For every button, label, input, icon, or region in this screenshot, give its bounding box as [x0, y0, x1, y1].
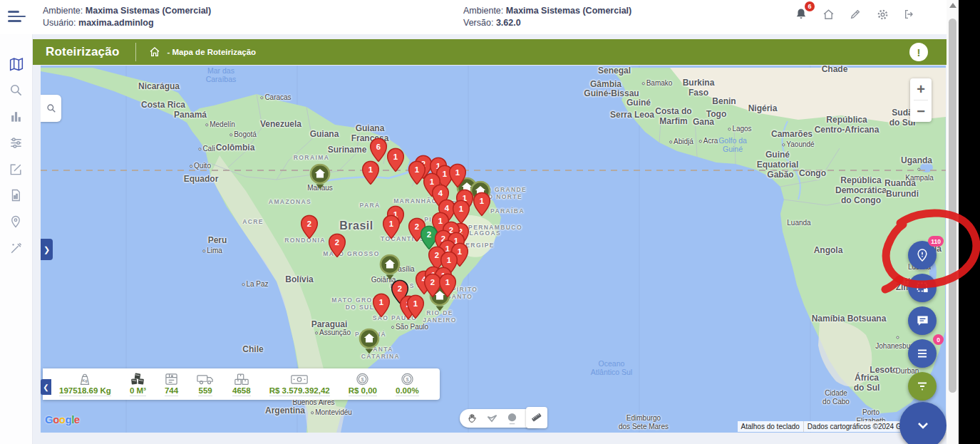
google-logo[interactable]: Google — [45, 413, 80, 425]
settings-gear-icon[interactable] — [875, 6, 890, 22]
client-cluster-marker[interactable]: 1 — [373, 293, 391, 320]
svg-text:1: 1 — [368, 165, 373, 174]
screen-black-margin — [959, 0, 980, 444]
banknote-icon — [290, 373, 309, 386]
svg-text:2: 2 — [335, 238, 339, 247]
client-cluster-marker[interactable]: 1 — [383, 215, 401, 242]
version-label: Versão: — [463, 18, 493, 28]
stat-orders: 744 — [155, 373, 187, 396]
page-title: Roteirização — [33, 45, 135, 59]
svg-text:1: 1 — [455, 168, 460, 177]
svg-text:2: 2 — [415, 222, 419, 231]
breadcrumb: - Mapa de Roteirização — [167, 48, 257, 56]
pan-hand-tool[interactable] — [466, 412, 478, 425]
top-header: Ambiente: Maxima Sistemas (Comercial) Us… — [0, 0, 959, 34]
page-scrollbar[interactable] — [947, 0, 959, 444]
client-cluster-marker[interactable]: 1 — [407, 294, 425, 321]
sidebar-item-search-icon[interactable] — [9, 83, 24, 98]
client-cluster-marker[interactable]: 1 — [473, 192, 491, 219]
stat-volume: 0 M³ — [120, 373, 155, 396]
route-list-fab[interactable]: 0 — [908, 339, 937, 368]
svg-text:2: 2 — [427, 230, 431, 239]
panel-expand-chevron[interactable]: ❯ — [41, 239, 53, 260]
sidebar-item-filters-icon[interactable] — [9, 136, 24, 150]
boxes-icon — [234, 373, 249, 386]
sidebar-item-chart-icon[interactable] — [9, 110, 24, 124]
measure-ruler-tool[interactable] — [526, 407, 547, 428]
map-search-button[interactable] — [41, 95, 61, 122]
logout-icon[interactable] — [902, 6, 917, 22]
scrollbar-thumb[interactable] — [949, 19, 956, 393]
zoom-in-button[interactable]: + — [910, 78, 932, 100]
svg-text:1: 1 — [480, 197, 484, 205]
notification-count-badge: 6 — [805, 1, 815, 11]
svg-text:1: 1 — [379, 298, 383, 306]
svg-text:$: $ — [361, 376, 365, 382]
unrouted-count-badge: 110 — [928, 236, 944, 247]
stats-collapse-chevron[interactable]: ❮ — [41, 379, 51, 395]
svg-text:6: 6 — [376, 143, 381, 151]
circle-tool[interactable] — [506, 412, 517, 425]
sidebar-item-tools-icon[interactable] — [9, 242, 24, 256]
client-cluster-marker[interactable]: 1 — [362, 160, 380, 187]
svg-text:1: 1 — [393, 153, 398, 161]
svg-text:4: 4 — [438, 189, 443, 197]
home-icon[interactable] — [820, 6, 836, 22]
breadcrumb-home-icon[interactable] — [149, 46, 160, 58]
edit-pencil-icon[interactable] — [847, 6, 863, 22]
svg-text:2: 2 — [398, 284, 402, 293]
sidebar-item-report-icon[interactable] — [9, 189, 24, 203]
version-info: Ambiente: Maxima Sistemas (Comercial) Ve… — [463, 5, 631, 29]
stat-vehicles: 559 — [187, 373, 223, 396]
stat-total-value: R$ 3.579.392,42 — [260, 373, 339, 396]
stat-discount-percent: $ 0.00% — [386, 373, 428, 396]
package-icon — [165, 373, 178, 386]
collapse-panel-fab[interactable] — [899, 402, 947, 444]
scrollbar-up-arrow[interactable] — [949, 3, 956, 8]
env2-label: Ambiente: — [463, 6, 503, 16]
env-label: Ambiente: — [43, 6, 83, 16]
coin-icon: $ — [356, 373, 369, 386]
client-cluster-marker[interactable]: 1 — [439, 273, 457, 300]
totals-bar: Kg 197518.69 Kg 0 M³ 744 559 4658 R$ 3.5… — [43, 368, 440, 400]
environment-info: Ambiente: Maxima Sistemas (Comercial) Us… — [43, 5, 211, 29]
menu-hamburger-icon[interactable] — [8, 11, 26, 24]
svg-text:1: 1 — [447, 256, 451, 264]
env2-value: Maxima Sistemas (Comercial) — [506, 6, 631, 16]
stat-weight: Kg 197518.69 Kg — [50, 373, 120, 396]
route-list-badge: 0 — [933, 334, 944, 345]
filter-fab[interactable] — [908, 372, 937, 401]
zoom-out-button[interactable]: − — [910, 100, 932, 122]
left-sidebar — [0, 34, 33, 444]
client-cluster-marker[interactable]: 2 — [301, 215, 319, 242]
unrouted-pins-fab[interactable]: 110 — [908, 241, 937, 269]
routing-app-page: Ambiente: Maxima Sistemas (Comercial) Us… — [0, 0, 980, 444]
notifications-bell-icon[interactable]: 6 — [793, 6, 809, 22]
cubes-icon — [130, 373, 145, 386]
map-zoom-control: + − — [910, 78, 932, 122]
chat-fab[interactable] — [908, 306, 937, 335]
svg-text:2: 2 — [307, 220, 311, 228]
polygon-tool[interactable] — [486, 412, 497, 425]
depot-marker[interactable] — [379, 254, 401, 283]
client-cluster-marker[interactable]: 1 — [387, 148, 405, 175]
alert-button[interactable]: ! — [909, 43, 928, 61]
truck-icon — [197, 373, 214, 386]
client-cluster-marker[interactable]: 2 — [329, 233, 346, 260]
svg-text:2: 2 — [435, 251, 439, 259]
depot-marker[interactable] — [359, 328, 380, 357]
svg-text:2: 2 — [430, 278, 435, 286]
env-value: Maxima Sistemas (Comercial) — [86, 6, 211, 16]
sidebar-item-map-icon[interactable] — [9, 57, 24, 71]
app-bar: Roteirização - Mapa de Roteirização ! — [33, 39, 947, 65]
sidebar-item-pin-icon[interactable] — [9, 215, 24, 229]
svg-text:1: 1 — [415, 165, 419, 174]
depot-marker[interactable] — [309, 163, 331, 192]
user-value: maxima.adminlog — [78, 18, 154, 28]
svg-text:1: 1 — [459, 205, 463, 213]
keyboard-shortcuts-link[interactable]: Atalhos do teclado — [738, 421, 804, 432]
area-select-fab[interactable] — [908, 274, 937, 302]
client-cluster-marker[interactable]: 1 — [449, 163, 467, 190]
sidebar-item-edit-icon[interactable] — [9, 162, 24, 177]
divider — [135, 43, 136, 61]
